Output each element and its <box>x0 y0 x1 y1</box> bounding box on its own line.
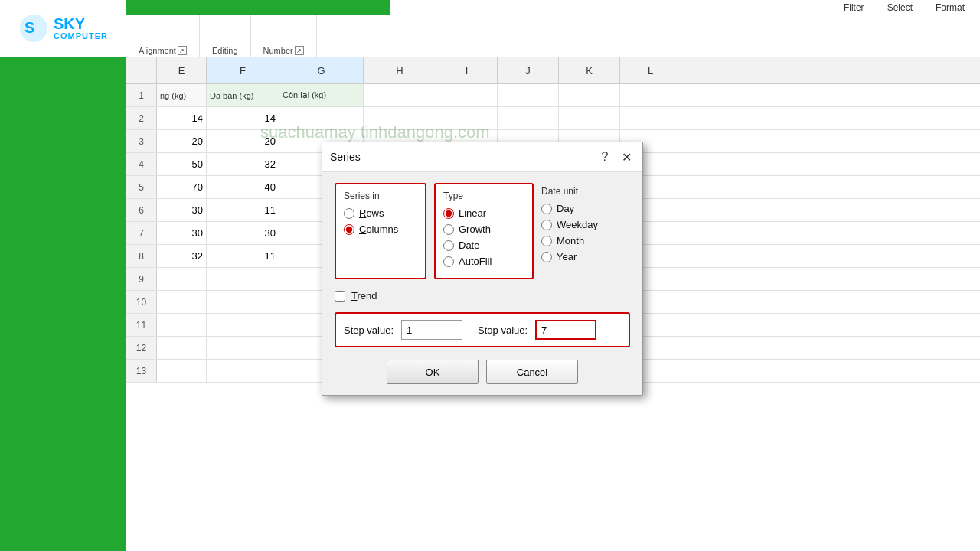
autofill-radio-option[interactable]: AutoFill <box>443 256 524 267</box>
linear-label: Linear <box>459 207 486 219</box>
stop-value-input[interactable] <box>535 320 596 340</box>
weekday-radio-option[interactable]: Weekday <box>541 219 626 230</box>
step-value-input[interactable] <box>401 320 462 340</box>
autofill-label: AutoFill <box>459 256 492 267</box>
dialog-title: Series <box>330 151 361 163</box>
values-row: Step value: Stop value: <box>335 312 630 347</box>
dialog-title-bar: Series ? ✕ <box>322 142 642 172</box>
date-radio[interactable] <box>443 240 454 251</box>
day-label: Day <box>557 203 574 214</box>
dialog-title-icons: ? ✕ <box>596 148 635 165</box>
weekday-radio[interactable] <box>541 220 552 230</box>
date-unit-box: Date unit Day Weekday Month <box>541 183 626 279</box>
day-radio[interactable] <box>541 204 552 214</box>
rows-radio-option[interactable]: Rows <box>344 207 417 219</box>
trend-label: Trend <box>351 290 377 302</box>
trend-row: Trend <box>335 290 630 302</box>
linear-radio-option[interactable]: Linear <box>443 207 524 219</box>
dialog-buttons-row: OK Cancel <box>335 360 630 384</box>
date-label: Date <box>459 240 479 251</box>
columns-label: Columns <box>359 223 398 235</box>
step-value-label: Step value: <box>344 324 394 336</box>
stop-value-label: Stop value: <box>478 324 528 336</box>
dialog-overlay: Series ? ✕ Series in Rows Columns <box>0 0 980 551</box>
dialog-help-button[interactable]: ? <box>596 148 613 165</box>
dialog-close-button[interactable]: ✕ <box>618 148 635 165</box>
rows-label: Rows <box>359 207 384 219</box>
ok-button[interactable]: OK <box>387 360 479 384</box>
cancel-button[interactable]: Cancel <box>486 360 578 384</box>
trend-checkbox[interactable] <box>335 291 345 302</box>
month-radio[interactable] <box>541 236 552 246</box>
columns-radio-option[interactable]: Columns <box>344 223 417 235</box>
series-dialog: Series ? ✕ Series in Rows Columns <box>322 142 643 396</box>
linear-radio[interactable] <box>443 208 454 219</box>
month-radio-option[interactable]: Month <box>541 235 626 246</box>
year-radio-option[interactable]: Year <box>541 251 626 262</box>
growth-radio[interactable] <box>443 224 454 235</box>
growth-radio-option[interactable]: Growth <box>443 223 524 235</box>
date-unit-title: Date unit <box>541 186 626 197</box>
type-title: Type <box>443 191 524 201</box>
month-label: Month <box>557 235 584 246</box>
weekday-label: Weekday <box>557 219 598 230</box>
autofill-radio[interactable] <box>443 256 454 267</box>
dialog-body: Series in Rows Columns Type Line <box>322 172 642 395</box>
year-radio[interactable] <box>541 252 552 262</box>
series-in-title: Series in <box>344 191 417 201</box>
series-in-box: Series in Rows Columns <box>335 183 426 279</box>
rows-radio[interactable] <box>344 208 354 219</box>
growth-label: Growth <box>459 223 491 235</box>
date-radio-option[interactable]: Date <box>443 240 524 251</box>
day-radio-option[interactable]: Day <box>541 203 626 214</box>
type-box: Type Linear Growth Date <box>434 183 534 279</box>
columns-radio[interactable] <box>344 224 354 235</box>
dialog-columns: Series in Rows Columns Type Line <box>335 183 630 279</box>
year-label: Year <box>557 251 577 262</box>
